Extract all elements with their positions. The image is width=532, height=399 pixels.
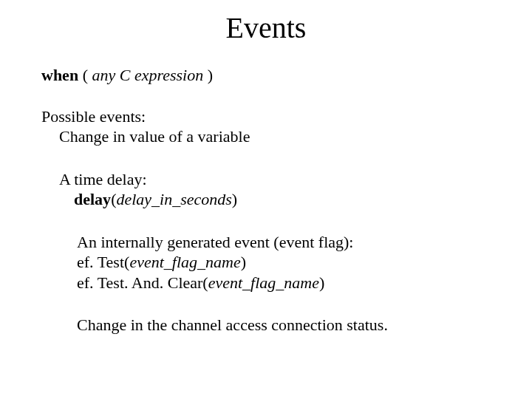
slide-title: Events bbox=[0, 10, 532, 45]
when-keyword: when bbox=[41, 66, 78, 84]
time-delay-label: A time delay: bbox=[59, 169, 491, 190]
ef-test-suffix: ) bbox=[241, 253, 246, 271]
ef-tac-arg: event_flag_name bbox=[208, 273, 319, 292]
when-expression: any C expression bbox=[92, 66, 203, 84]
delay-fn: delay bbox=[74, 190, 111, 208]
ef-test-arg: event_flag_name bbox=[129, 253, 240, 271]
ef-tac-prefix: ef. Test. And. Clear( bbox=[77, 273, 208, 292]
ef-test-prefix: ef. Test( bbox=[77, 253, 129, 271]
when-line: when ( any C expression ) bbox=[41, 65, 491, 86]
ef-tac-suffix: ) bbox=[319, 273, 324, 292]
open-paren: ( bbox=[78, 66, 92, 84]
ef-test-and-clear-line: ef. Test. And. Clear(event_flag_name) bbox=[77, 273, 491, 293]
close-paren: ) bbox=[203, 66, 213, 84]
delay-arg: delay_in_seconds bbox=[116, 190, 231, 208]
change-variable-line: Change in value of a variable bbox=[59, 126, 491, 147]
internal-event-label: An internally generated event (event fla… bbox=[77, 232, 491, 253]
ef-test-line: ef. Test(event_flag_name) bbox=[77, 252, 491, 273]
channel-status-line: Change in the channel access connection … bbox=[77, 315, 491, 335]
delay-call-line: delay(delay_in_seconds) bbox=[74, 189, 491, 210]
slide: Events when ( any C expression ) Possibl… bbox=[0, 0, 532, 399]
delay-close: ) bbox=[232, 190, 237, 208]
possible-events-label: Possible events: bbox=[41, 106, 491, 127]
slide-body: when ( any C expression ) Possible event… bbox=[41, 65, 491, 335]
